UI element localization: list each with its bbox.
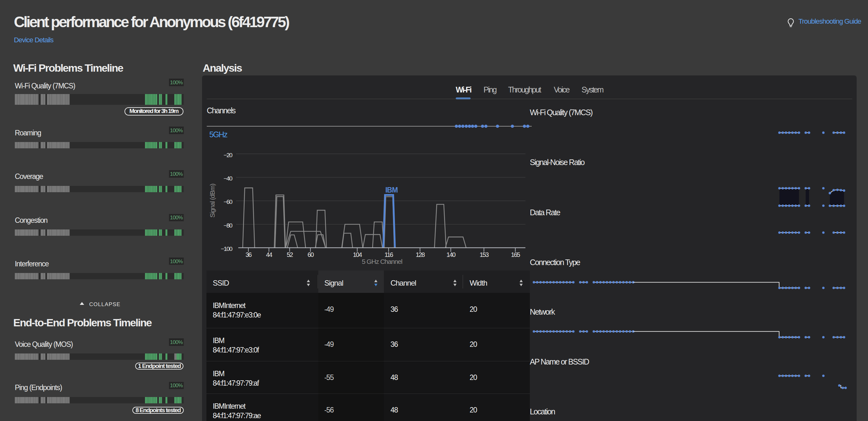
- svg-text:165: 165: [511, 251, 520, 258]
- svg-text:52: 52: [287, 251, 293, 258]
- svg-text:36: 36: [246, 251, 252, 258]
- svg-text:60: 60: [308, 251, 314, 258]
- svg-text:−60: −60: [223, 198, 232, 205]
- svg-text:−100: −100: [221, 246, 232, 252]
- svg-text:5 GHz Channel: 5 GHz Channel: [362, 258, 402, 265]
- svg-text:140: 140: [446, 251, 456, 258]
- svg-text:104: 104: [353, 251, 362, 258]
- svg-text:−80: −80: [223, 222, 232, 229]
- svg-text:128: 128: [416, 251, 425, 258]
- svg-text:IBM: IBM: [385, 186, 397, 194]
- svg-text:Signal (dBm): Signal (dBm): [209, 184, 216, 218]
- svg-text:−40: −40: [223, 175, 232, 182]
- svg-text:−20: −20: [223, 152, 232, 159]
- svg-text:153: 153: [480, 251, 489, 258]
- svg-text:44: 44: [266, 251, 272, 258]
- svg-text:116: 116: [384, 251, 393, 258]
